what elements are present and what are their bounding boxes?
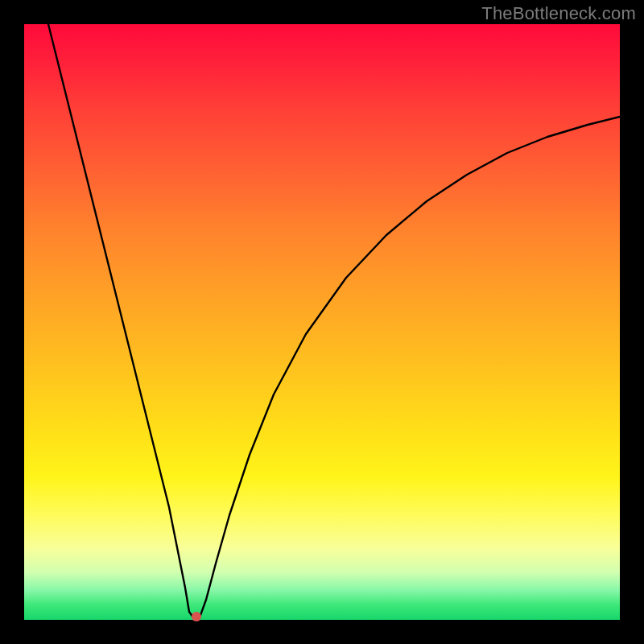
plot-area bbox=[24, 24, 620, 620]
chart-frame: TheBottleneck.com bbox=[0, 0, 644, 644]
bottleneck-curve bbox=[48, 24, 620, 617]
watermark-text: TheBottleneck.com bbox=[481, 3, 636, 24]
curve-svg bbox=[24, 24, 620, 620]
optimal-point-marker bbox=[192, 612, 201, 621]
